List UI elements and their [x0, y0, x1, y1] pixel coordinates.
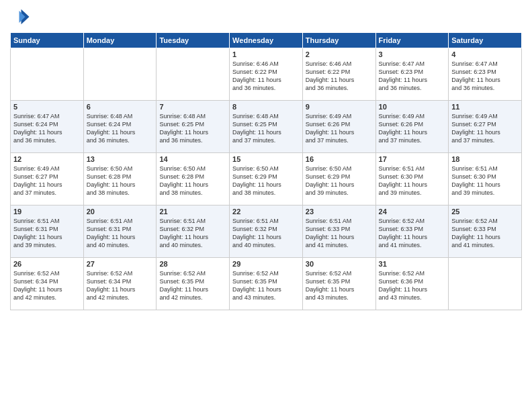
- calendar-cell: 11Sunrise: 6:49 AM Sunset: 6:27 PM Dayli…: [449, 101, 522, 153]
- calendar-cell: 31Sunrise: 6:52 AM Sunset: 6:36 PM Dayli…: [375, 258, 449, 310]
- day-number: 13: [87, 155, 154, 163]
- header: [10, 7, 522, 27]
- calendar-cell: 14Sunrise: 6:50 AM Sunset: 6:28 PM Dayli…: [157, 153, 230, 205]
- day-info: Sunrise: 6:52 AM Sunset: 6:33 PM Dayligh…: [451, 217, 519, 250]
- day-number: 9: [306, 103, 373, 111]
- day-number: 26: [13, 260, 81, 268]
- day-info: Sunrise: 6:52 AM Sunset: 6:34 PM Dayligh…: [87, 269, 154, 302]
- day-info: Sunrise: 6:50 AM Sunset: 6:28 PM Dayligh…: [159, 165, 226, 197]
- calendar-cell: 1Sunrise: 6:46 AM Sunset: 6:22 PM Daylig…: [230, 48, 303, 101]
- calendar-header-row: SundayMondayTuesdayWednesdayThursdayFrid…: [11, 33, 522, 48]
- day-info: Sunrise: 6:52 AM Sunset: 6:35 PM Dayligh…: [232, 269, 300, 302]
- day-number: 6: [87, 103, 154, 111]
- day-info: Sunrise: 6:51 AM Sunset: 6:31 PM Dayligh…: [87, 217, 154, 250]
- calendar-header-monday: Monday: [83, 33, 157, 48]
- logo-icon: [10, 7, 30, 27]
- calendar-cell: 22Sunrise: 6:51 AM Sunset: 6:32 PM Dayli…: [230, 205, 303, 258]
- calendar-cell: 28Sunrise: 6:52 AM Sunset: 6:35 PM Dayli…: [157, 258, 230, 310]
- day-number: 29: [232, 260, 300, 268]
- calendar-cell: [157, 48, 230, 101]
- day-info: Sunrise: 6:49 AM Sunset: 6:27 PM Dayligh…: [451, 112, 519, 145]
- day-info: Sunrise: 6:48 AM Sunset: 6:25 PM Dayligh…: [159, 112, 226, 145]
- day-number: 4: [451, 50, 519, 58]
- calendar-header-friday: Friday: [375, 33, 449, 48]
- day-info: Sunrise: 6:48 AM Sunset: 6:24 PM Dayligh…: [87, 112, 154, 145]
- calendar-header-wednesday: Wednesday: [230, 33, 303, 48]
- calendar-cell: 15Sunrise: 6:50 AM Sunset: 6:29 PM Dayli…: [230, 153, 303, 205]
- day-number: 10: [379, 103, 446, 111]
- day-info: Sunrise: 6:52 AM Sunset: 6:35 PM Dayligh…: [306, 269, 373, 302]
- day-info: Sunrise: 6:47 AM Sunset: 6:24 PM Dayligh…: [13, 112, 81, 145]
- calendar-cell: 19Sunrise: 6:51 AM Sunset: 6:31 PM Dayli…: [11, 205, 84, 258]
- day-number: 25: [451, 208, 519, 216]
- day-info: Sunrise: 6:52 AM Sunset: 6:33 PM Dayligh…: [379, 217, 446, 250]
- calendar-cell: 29Sunrise: 6:52 AM Sunset: 6:35 PM Dayli…: [230, 258, 303, 310]
- day-number: 31: [379, 260, 446, 268]
- day-info: Sunrise: 6:50 AM Sunset: 6:29 PM Dayligh…: [306, 165, 373, 197]
- day-number: 21: [159, 208, 226, 216]
- calendar-cell: [83, 48, 157, 101]
- day-info: Sunrise: 6:51 AM Sunset: 6:33 PM Dayligh…: [306, 217, 373, 250]
- day-info: Sunrise: 6:47 AM Sunset: 6:23 PM Dayligh…: [451, 60, 519, 93]
- calendar-header-sunday: Sunday: [11, 33, 84, 48]
- calendar-cell: 4Sunrise: 6:47 AM Sunset: 6:23 PM Daylig…: [449, 48, 522, 101]
- day-info: Sunrise: 6:51 AM Sunset: 6:31 PM Dayligh…: [13, 217, 81, 250]
- day-number: 8: [232, 103, 300, 111]
- day-info: Sunrise: 6:51 AM Sunset: 6:32 PM Dayligh…: [232, 217, 300, 250]
- day-info: Sunrise: 6:52 AM Sunset: 6:35 PM Dayligh…: [159, 269, 226, 302]
- calendar-cell: 17Sunrise: 6:51 AM Sunset: 6:30 PM Dayli…: [375, 153, 449, 205]
- day-number: 17: [379, 155, 446, 163]
- calendar-cell: 6Sunrise: 6:48 AM Sunset: 6:24 PM Daylig…: [83, 101, 157, 153]
- day-number: 19: [13, 208, 81, 216]
- calendar-week-5: 26Sunrise: 6:52 AM Sunset: 6:34 PM Dayli…: [11, 258, 522, 310]
- day-number: 22: [232, 208, 300, 216]
- calendar-cell: 26Sunrise: 6:52 AM Sunset: 6:34 PM Dayli…: [11, 258, 84, 310]
- day-number: 3: [379, 50, 446, 58]
- day-info: Sunrise: 6:52 AM Sunset: 6:34 PM Dayligh…: [13, 269, 81, 302]
- day-info: Sunrise: 6:48 AM Sunset: 6:25 PM Dayligh…: [232, 112, 300, 145]
- day-info: Sunrise: 6:51 AM Sunset: 6:30 PM Dayligh…: [451, 165, 519, 197]
- calendar-header-tuesday: Tuesday: [157, 33, 230, 48]
- calendar-cell: 2Sunrise: 6:46 AM Sunset: 6:22 PM Daylig…: [302, 48, 375, 101]
- day-number: 5: [13, 103, 81, 111]
- day-info: Sunrise: 6:52 AM Sunset: 6:36 PM Dayligh…: [379, 269, 446, 302]
- day-number: 2: [306, 50, 373, 58]
- day-number: 11: [451, 103, 519, 111]
- day-info: Sunrise: 6:49 AM Sunset: 6:26 PM Dayligh…: [379, 112, 446, 145]
- logo: [10, 7, 33, 27]
- calendar-cell: [11, 48, 84, 101]
- day-number: 20: [87, 208, 154, 216]
- day-number: 16: [306, 155, 373, 163]
- calendar-cell: 18Sunrise: 6:51 AM Sunset: 6:30 PM Dayli…: [449, 153, 522, 205]
- calendar-cell: 20Sunrise: 6:51 AM Sunset: 6:31 PM Dayli…: [83, 205, 157, 258]
- day-number: 30: [306, 260, 373, 268]
- calendar-cell: 3Sunrise: 6:47 AM Sunset: 6:23 PM Daylig…: [375, 48, 449, 101]
- calendar-cell: 23Sunrise: 6:51 AM Sunset: 6:33 PM Dayli…: [302, 205, 375, 258]
- calendar: SundayMondayTuesdayWednesdayThursdayFrid…: [10, 32, 522, 310]
- day-number: 14: [159, 155, 226, 163]
- day-info: Sunrise: 6:47 AM Sunset: 6:23 PM Dayligh…: [379, 60, 446, 93]
- day-number: 1: [232, 50, 300, 58]
- calendar-cell: 7Sunrise: 6:48 AM Sunset: 6:25 PM Daylig…: [157, 101, 230, 153]
- calendar-week-3: 12Sunrise: 6:49 AM Sunset: 6:27 PM Dayli…: [11, 153, 522, 205]
- day-info: Sunrise: 6:49 AM Sunset: 6:26 PM Dayligh…: [306, 112, 373, 145]
- day-number: 15: [232, 155, 300, 163]
- day-number: 7: [159, 103, 226, 111]
- day-info: Sunrise: 6:50 AM Sunset: 6:28 PM Dayligh…: [87, 165, 154, 197]
- calendar-cell: 5Sunrise: 6:47 AM Sunset: 6:24 PM Daylig…: [11, 101, 84, 153]
- calendar-cell: 10Sunrise: 6:49 AM Sunset: 6:26 PM Dayli…: [375, 101, 449, 153]
- calendar-cell: [449, 258, 522, 310]
- day-info: Sunrise: 6:51 AM Sunset: 6:32 PM Dayligh…: [159, 217, 226, 250]
- day-number: 24: [379, 208, 446, 216]
- calendar-cell: 9Sunrise: 6:49 AM Sunset: 6:26 PM Daylig…: [302, 101, 375, 153]
- day-info: Sunrise: 6:50 AM Sunset: 6:29 PM Dayligh…: [232, 165, 300, 197]
- calendar-cell: 27Sunrise: 6:52 AM Sunset: 6:34 PM Dayli…: [83, 258, 157, 310]
- calendar-cell: 16Sunrise: 6:50 AM Sunset: 6:29 PM Dayli…: [302, 153, 375, 205]
- calendar-week-2: 5Sunrise: 6:47 AM Sunset: 6:24 PM Daylig…: [11, 101, 522, 153]
- calendar-week-1: 1Sunrise: 6:46 AM Sunset: 6:22 PM Daylig…: [11, 48, 522, 101]
- calendar-cell: 30Sunrise: 6:52 AM Sunset: 6:35 PM Dayli…: [302, 258, 375, 310]
- day-info: Sunrise: 6:51 AM Sunset: 6:30 PM Dayligh…: [379, 165, 446, 197]
- calendar-cell: 25Sunrise: 6:52 AM Sunset: 6:33 PM Dayli…: [449, 205, 522, 258]
- calendar-header-thursday: Thursday: [302, 33, 375, 48]
- day-number: 23: [306, 208, 373, 216]
